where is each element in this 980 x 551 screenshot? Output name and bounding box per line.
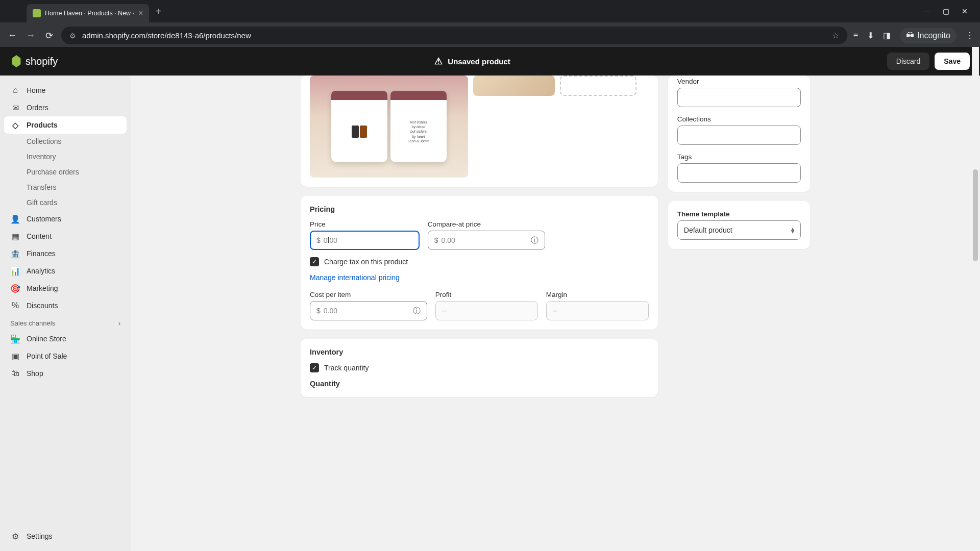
currency-prefix: $ [316, 236, 321, 244]
header-actions: Discard Save [887, 53, 970, 70]
browser-chrome: Home Haven · Products · New · × + — ▢ ✕ … [0, 0, 980, 48]
download-icon[interactable]: ⬇ [867, 31, 874, 40]
nav-purchase-orders[interactable]: Purchase orders [4, 164, 127, 180]
profit-input [442, 307, 531, 315]
charge-tax-row: ✓ Charge tax on this product [310, 257, 649, 266]
nav-label: Settings [27, 532, 53, 540]
nav-shop[interactable]: 🛍Shop [4, 365, 127, 382]
cost-field: Cost per item $ ⓘ [310, 291, 427, 320]
minimize-icon[interactable]: — [923, 7, 930, 15]
toolbar-icons: ≡ ⬇ ◨ 🕶 Incognito ⋮ [853, 28, 974, 43]
nav-customers[interactable]: 👤Customers [4, 210, 127, 228]
shop-icon: 🛍 [10, 368, 20, 379]
close-icon[interactable]: × [138, 9, 143, 18]
cost-input-wrap[interactable]: $ ⓘ [310, 301, 427, 320]
price-input[interactable] [324, 236, 413, 244]
nav-finances[interactable]: 🏦Finances [4, 245, 127, 262]
tags-input[interactable] [684, 169, 794, 177]
app-header: shopify ⚠ Unsaved product Discard Save [0, 47, 980, 76]
warning-icon: ⚠ [434, 56, 443, 67]
sidebar: ⌂Home ✉Orders ◇Products Collections Inve… [0, 76, 131, 551]
help-icon[interactable]: ⓘ [531, 236, 538, 245]
forward-button[interactable]: → [24, 30, 37, 41]
collections-input-wrap[interactable] [677, 126, 801, 145]
sidepanel-icon[interactable]: ◨ [883, 31, 891, 40]
price-input-wrap[interactable]: $ I [310, 231, 420, 250]
nav-marketing[interactable]: 🎯Marketing [4, 280, 127, 297]
star-icon[interactable]: ☆ [832, 31, 839, 40]
nav-products[interactable]: ◇Products [4, 116, 127, 134]
nav-label: Purchase orders [27, 168, 79, 176]
nav-gift-cards[interactable]: Gift cards [4, 195, 127, 210]
mug-text: Not sisters by blood but sisters by hear… [408, 120, 430, 143]
incognito-badge[interactable]: 🕶 Incognito [900, 28, 957, 43]
unsaved-status: ⚠ Unsaved product [434, 56, 510, 67]
manage-intl-link[interactable]: Manage international pricing [310, 273, 400, 282]
help-icon[interactable]: ⓘ [413, 306, 421, 316]
new-tab-button[interactable]: + [155, 6, 161, 17]
compare-input-wrap[interactable]: $ ⓘ [428, 231, 545, 250]
site-info-icon[interactable]: ⚙ [69, 32, 76, 40]
extensions-icon[interactable]: ≡ [853, 31, 858, 40]
nav-content[interactable]: ▦Content [4, 228, 127, 245]
margin-display [546, 301, 649, 320]
tags-input-wrap[interactable] [677, 163, 801, 183]
nav-settings[interactable]: ⚙Settings [4, 528, 127, 545]
compare-input[interactable] [442, 236, 531, 244]
scrollbar-thumb[interactable] [973, 169, 978, 261]
media-upload-slot[interactable] [560, 76, 636, 96]
tags-label: Tags [677, 153, 801, 161]
currency-prefix: $ [434, 236, 438, 244]
discounts-icon: % [10, 300, 20, 311]
tab-title: Home Haven · Products · New · [45, 10, 134, 17]
theme-card: Theme template Default product ▴▾ [668, 201, 810, 249]
product-image-thumb[interactable] [473, 76, 555, 96]
nav-label: Customers [27, 215, 61, 223]
price-row: Price $ I Compare-at price $ [310, 220, 649, 250]
maximize-icon[interactable]: ▢ [943, 7, 949, 15]
back-button[interactable]: ← [6, 30, 18, 41]
vendor-input-wrap[interactable] [677, 88, 801, 107]
shopify-logo[interactable]: shopify [10, 55, 58, 67]
close-window-icon[interactable]: ✕ [962, 7, 968, 15]
save-button[interactable]: Save [935, 53, 970, 70]
nav-analytics[interactable]: 📊Analytics [4, 262, 127, 280]
currency-prefix: $ [316, 307, 321, 315]
nav-home[interactable]: ⌂Home [4, 82, 127, 99]
nav-inventory[interactable]: Inventory [4, 149, 127, 164]
charge-tax-checkbox[interactable]: ✓ [310, 257, 319, 266]
margin-input [553, 307, 642, 315]
nav-discounts[interactable]: %Discounts [4, 297, 127, 314]
discard-button[interactable]: Discard [887, 53, 929, 70]
menu-icon[interactable]: ⋮ [966, 31, 974, 40]
pos-icon: ▣ [10, 351, 20, 361]
home-icon: ⌂ [10, 85, 20, 95]
inventory-title: Inventory [310, 348, 649, 356]
nav-label: Transfers [27, 183, 57, 191]
collections-field: Collections [677, 115, 801, 145]
nav-label: Marketing [27, 284, 58, 292]
nav-collections[interactable]: Collections [4, 134, 127, 149]
pricing-card: Pricing Price $ I Com [301, 196, 658, 330]
product-image-main[interactable]: Not sisters by blood but sisters by hear… [310, 76, 468, 178]
cost-input[interactable] [324, 307, 413, 315]
theme-value: Default product [684, 226, 732, 234]
reload-button[interactable]: ⟳ [43, 30, 55, 41]
collections-input[interactable] [684, 131, 794, 139]
cost-label: Cost per item [310, 291, 427, 298]
nav-transfers[interactable]: Transfers [4, 180, 127, 195]
browser-tab[interactable]: Home Haven · Products · New · × [27, 4, 149, 22]
page-scrollbar[interactable] [972, 47, 979, 551]
nav-point-of-sale[interactable]: ▣Point of Sale [4, 347, 127, 365]
vendor-input[interactable] [684, 93, 794, 102]
nav-online-store[interactable]: 🏪Online Store [4, 330, 127, 347]
tags-field: Tags [677, 153, 801, 183]
nav-orders[interactable]: ✉Orders [4, 99, 127, 116]
address-bar[interactable]: ⚙ admin.shopify.com/store/de8143-a6/prod… [61, 27, 847, 44]
price-field: Price $ I [310, 220, 420, 250]
theme-select[interactable]: Default product ▴▾ [677, 220, 801, 240]
media-card: Not sisters by blood but sisters by hear… [301, 76, 658, 187]
sales-channels-header[interactable]: Sales channels › [4, 314, 127, 330]
track-quantity-checkbox[interactable]: ✓ [310, 363, 319, 372]
nav-label: Analytics [27, 267, 55, 275]
